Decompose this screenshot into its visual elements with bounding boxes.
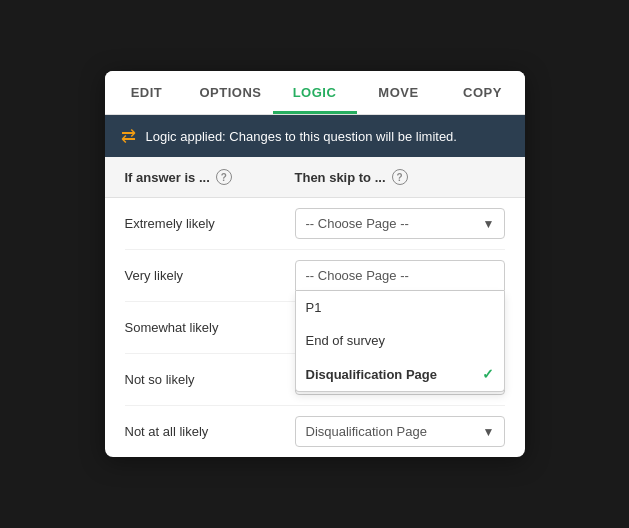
dropdown-item-label: End of survey (306, 333, 386, 348)
table-row: Very likely -- Choose Page -- P1 End of … (125, 250, 505, 302)
dropdown-item-label: Disqualification Page (306, 367, 437, 382)
row-select-wrapper: -- Choose Page -- P1 End of survey Disqu… (295, 260, 505, 291)
help-icon-right[interactable]: ? (392, 169, 408, 185)
tab-copy[interactable]: COPY (441, 71, 525, 114)
table-row: Extremely likely -- Choose Page -- ▼ (125, 198, 505, 250)
logic-arrows-icon: ⇄ (121, 125, 136, 147)
tab-options[interactable]: OPTIONS (189, 71, 273, 114)
logic-banner: ⇄ Logic applied: Changes to this questio… (105, 115, 525, 157)
select-value: -- Choose Page -- (306, 268, 409, 283)
table-row: Not at all likely Disqualification Page … (125, 406, 505, 457)
modal: EDIT OPTIONS LOGIC MOVE COPY ⇄ Logic app… (105, 71, 525, 457)
logic-banner-text: Logic applied: Changes to this question … (146, 129, 457, 144)
dropdown-menu: P1 End of survey Disqualification Page ✓ (295, 291, 505, 392)
dropdown-item-disqualification[interactable]: Disqualification Page ✓ (296, 357, 504, 391)
row-select-wrapper: Disqualification Page ▼ (295, 416, 505, 447)
logic-rows: Extremely likely -- Choose Page -- ▼ Ver… (105, 198, 525, 457)
dropdown-item-label: P1 (306, 300, 322, 315)
skip-to-select-0[interactable]: -- Choose Page -- (295, 208, 505, 239)
row-label: Not so likely (125, 372, 295, 387)
tab-bar: EDIT OPTIONS LOGIC MOVE COPY (105, 71, 525, 115)
dropdown-item-p1[interactable]: P1 (296, 291, 504, 324)
check-icon: ✓ (482, 366, 494, 382)
dropdown-item-end-of-survey[interactable]: End of survey (296, 324, 504, 357)
skip-to-select-4[interactable]: Disqualification Page (295, 416, 505, 447)
row-select-wrapper: -- Choose Page -- ▼ (295, 208, 505, 239)
row-label: Not at all likely (125, 424, 295, 439)
tab-logic[interactable]: LOGIC (273, 71, 357, 114)
tab-edit[interactable]: EDIT (105, 71, 189, 114)
help-icon-left[interactable]: ? (216, 169, 232, 185)
row-label: Extremely likely (125, 216, 295, 231)
skip-to-select-1[interactable]: -- Choose Page -- (295, 260, 505, 291)
row-label: Somewhat likely (125, 320, 295, 335)
table-header: If answer is ... ? Then skip to ... ? (105, 157, 525, 198)
row-label: Very likely (125, 268, 295, 283)
col-header-right: Then skip to ... ? (295, 169, 505, 185)
tab-move[interactable]: MOVE (357, 71, 441, 114)
col-header-left: If answer is ... ? (125, 169, 295, 185)
